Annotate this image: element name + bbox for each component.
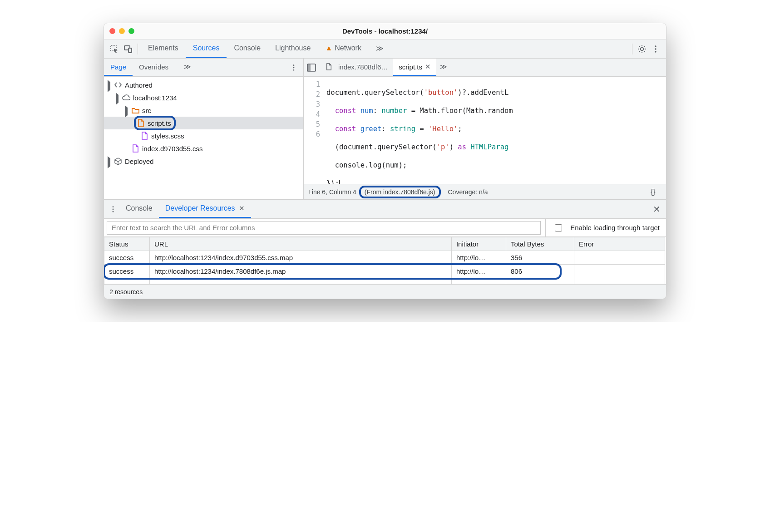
editor-status-bar: Line 6, Column 4 (From index.7808df6e.js…: [304, 184, 666, 199]
drawer-close-button[interactable]: ✕: [650, 204, 663, 215]
sources-main: Page Overrides ≫ Authored localhost:1234: [104, 59, 666, 199]
chevron-double-right-icon: ≫: [376, 44, 384, 53]
col-url[interactable]: URL: [150, 237, 452, 251]
tab-elements[interactable]: Elements: [141, 39, 186, 58]
nav-tab-overrides[interactable]: Overrides: [133, 59, 175, 76]
editor-tab-active[interactable]: script.ts ✕: [393, 59, 436, 76]
col-error[interactable]: Error: [574, 237, 665, 251]
svg-point-3: [641, 47, 643, 50]
tree-label: src: [142, 107, 151, 114]
pretty-print-icon[interactable]: {}: [651, 188, 661, 196]
nav-tabs-overflow[interactable]: ≫: [178, 59, 197, 76]
tree-label: Deployed: [125, 158, 153, 165]
tab-label: Overrides: [139, 63, 168, 71]
svg-line-10: [639, 51, 640, 52]
enable-target-checkbox[interactable]: [555, 224, 562, 232]
tree-label: script.ts: [148, 119, 171, 127]
drawer-tab-devresources[interactable]: Developer Resources ✕: [159, 200, 251, 218]
navigator-tabs: Page Overrides ≫: [104, 59, 303, 77]
search-input[interactable]: [107, 221, 541, 235]
tree-label: localhost:1234: [133, 94, 177, 102]
col-status[interactable]: Status: [104, 237, 150, 251]
close-icon[interactable]: ✕: [425, 63, 431, 71]
tab-sources[interactable]: Sources: [186, 39, 227, 58]
navigator-pane: Page Overrides ≫ Authored localhost:1234: [104, 59, 304, 199]
line-number: 3: [304, 99, 320, 109]
tab-lighthouse[interactable]: Lighthouse: [268, 39, 318, 58]
coverage-status: Coverage: n/a: [448, 188, 488, 196]
tab-console[interactable]: Console: [227, 39, 268, 58]
tab-label: index.7808df6…: [338, 63, 388, 71]
cell-error: [574, 265, 665, 278]
navigator-kebab-icon[interactable]: [287, 61, 301, 74]
table-row[interactable]: success http://localhost:1234/index.7808…: [104, 265, 666, 278]
sourcemap-link[interactable]: index.7808df6e.js: [383, 188, 433, 196]
folder-icon: [131, 106, 139, 114]
kebab-menu-icon[interactable]: [649, 42, 662, 56]
drawer-kebab-icon[interactable]: [107, 206, 119, 213]
svg-point-21: [113, 206, 114, 207]
resources-table: Status URL Initiator Total Bytes Error s…: [104, 237, 666, 284]
panel-tabs: Elements Sources Console Lighthouse ▲ Ne…: [141, 39, 391, 58]
editor-pane: index.7808df6… script.ts ✕ ≫ 1 2 3 4 5 6…: [304, 59, 666, 199]
tab-network[interactable]: ▲ Network: [318, 39, 369, 58]
devtools-window: DevTools - localhost:1234/ Elements Sour…: [104, 23, 666, 299]
svg-point-16: [293, 67, 295, 68]
svg-line-11: [644, 46, 645, 47]
drawer: Console Developer Resources ✕ ✕ Enable l…: [104, 199, 666, 299]
chevron-double-right-icon: ≫: [184, 63, 191, 71]
code-content: document.querySelector('button')?.addEve…: [325, 77, 666, 184]
tree-authored[interactable]: Authored: [104, 79, 303, 91]
tree-host[interactable]: localhost:1234: [104, 91, 303, 104]
titlebar: DevTools - localhost:1234/: [104, 23, 666, 39]
tree-file-styles[interactable]: styles.scss: [104, 129, 303, 142]
svg-text:{}: {}: [651, 188, 656, 196]
main-toolbar: Elements Sources Console Lighthouse ▲ Ne…: [104, 39, 666, 59]
svg-point-23: [113, 211, 114, 212]
checkbox-label: Enable loading through target: [570, 224, 660, 232]
svg-point-22: [113, 208, 114, 210]
tab-label: Elements: [148, 44, 178, 52]
drawer-tab-console[interactable]: Console: [119, 200, 159, 218]
line-number: 1: [304, 79, 320, 89]
table-row[interactable]: success http://localhost:1234/index.d970…: [104, 251, 666, 265]
tree-file-css[interactable]: index.d9703d55.css: [104, 142, 303, 155]
settings-icon[interactable]: [635, 42, 649, 56]
cell-status: success: [104, 251, 150, 265]
twisty-icon: [125, 105, 128, 118]
device-toolbar-icon[interactable]: [121, 42, 135, 56]
editor-tabs-overflow[interactable]: ≫: [436, 59, 451, 76]
close-icon[interactable]: ✕: [239, 204, 245, 212]
cell-bytes: 806: [506, 265, 574, 278]
col-bytes[interactable]: Total Bytes: [506, 237, 574, 251]
editor-tab-inactive[interactable]: index.7808df6…: [319, 59, 393, 76]
sourcemap-origin-callout[interactable]: (From index.7808df6e.js): [359, 186, 441, 198]
enable-target-toggle[interactable]: Enable loading through target: [545, 219, 666, 236]
col-initiator[interactable]: Initiator: [451, 237, 506, 251]
tree-src-folder[interactable]: src: [104, 104, 303, 117]
from-suffix: ): [433, 188, 435, 196]
inspect-element-icon[interactable]: [108, 42, 121, 56]
line-number: 6: [304, 129, 320, 139]
cell-url: http://localhost:1234/index.7808df6e.js.…: [150, 265, 452, 278]
code-editor[interactable]: 1 2 3 4 5 6 document.querySelector('butt…: [304, 77, 666, 184]
cell-initiator: http://lo…: [451, 251, 506, 265]
toggle-navigator-icon[interactable]: [304, 64, 319, 72]
tabs-overflow-button[interactable]: ≫: [369, 39, 391, 58]
line-gutter: 1 2 3 4 5 6: [304, 77, 325, 184]
svg-point-17: [293, 69, 295, 70]
cell-url: http://localhost:1234/index.d9703d55.css…: [150, 251, 452, 265]
twisty-icon: [108, 156, 110, 168]
nav-tab-page[interactable]: Page: [104, 59, 133, 76]
table-header-row: Status URL Initiator Total Bytes Error: [104, 237, 666, 251]
resource-count: 2 resources: [109, 288, 143, 296]
file-tree[interactable]: Authored localhost:1234 src script.ts: [104, 77, 303, 199]
tree-deployed[interactable]: Deployed: [104, 155, 303, 167]
tab-label: Network: [335, 44, 361, 52]
cell-status: success: [104, 265, 150, 278]
tree-file-script[interactable]: script.ts: [104, 117, 303, 129]
cell-initiator: http://lo…: [451, 265, 506, 278]
line-number: 4: [304, 109, 320, 119]
editor-tabs: index.7808df6… script.ts ✕ ≫: [304, 59, 666, 77]
drawer-toolbar: Enable loading through target: [104, 219, 666, 237]
